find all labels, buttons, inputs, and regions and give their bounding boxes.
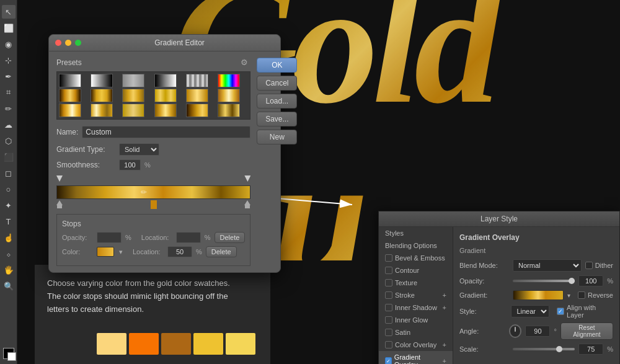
stroke-add-icon[interactable]: + — [443, 291, 446, 299]
tool-lasso[interactable]: ◉ — [2, 37, 16, 51]
reset-alignment-btn[interactable]: Reset Alignment — [560, 322, 613, 340]
contour-check[interactable] — [385, 267, 392, 274]
opacity-slider[interactable] — [513, 280, 575, 282]
sidebar-blending[interactable]: Blending Options — [379, 239, 453, 252]
gradient-preview[interactable] — [513, 290, 564, 300]
scale-slider[interactable] — [513, 348, 575, 350]
opacity-input[interactable] — [97, 232, 122, 243]
opacity-slider-thumb[interactable] — [569, 278, 575, 284]
gradient-bar[interactable]: ✏ — [56, 185, 250, 199]
gradient-overlay-add-icon[interactable]: + — [443, 357, 446, 364]
style-select[interactable]: Linear Radial Angle — [511, 305, 549, 317]
color-stop-0[interactable] — [56, 200, 63, 209]
preset-15[interactable] — [122, 104, 144, 117]
angle-dial[interactable] — [509, 324, 522, 338]
texture-check[interactable] — [385, 279, 392, 286]
sidebar-bevel[interactable]: Bevel & Emboss — [379, 252, 453, 264]
tool-type[interactable]: T — [2, 215, 16, 228]
scale-input[interactable] — [578, 344, 603, 355]
swatch-2[interactable] — [129, 333, 159, 355]
sidebar-contour[interactable]: Contour — [379, 264, 453, 277]
preset-17[interactable] — [186, 104, 208, 117]
opacity-stop-left[interactable] — [56, 175, 63, 182]
tool-brush[interactable]: ✏ — [2, 102, 16, 115]
scale-slider-thumb[interactable] — [556, 346, 562, 352]
maximize-button[interactable] — [75, 40, 81, 46]
tool-path[interactable]: ☝ — [2, 231, 16, 244]
preset-5[interactable] — [186, 74, 208, 87]
sidebar-gradient-overlay[interactable]: ✓ Gradient Overlay + — [379, 351, 453, 364]
align-check-icon[interactable]: ✓ — [557, 308, 564, 315]
preset-11[interactable] — [186, 89, 208, 102]
tool-pen[interactable]: ✦ — [2, 198, 16, 212]
preset-6[interactable] — [218, 74, 240, 87]
preset-10[interactable] — [154, 89, 177, 102]
preset-1[interactable] — [59, 74, 81, 87]
smoothness-input[interactable] — [119, 159, 141, 171]
dither-checkbox[interactable]: Dither — [585, 262, 613, 269]
delete-color-btn[interactable]: Delete — [206, 246, 237, 257]
tool-select[interactable]: ⬜ — [2, 21, 16, 35]
tool-dodge[interactable]: ○ — [2, 182, 16, 196]
swatch-4[interactable] — [193, 333, 223, 355]
blend-mode-select[interactable]: Normal Multiply Screen — [513, 259, 582, 272]
color-overlay-check[interactable] — [385, 341, 392, 348]
dither-check-icon[interactable] — [585, 262, 593, 269]
location-input-opacity[interactable] — [176, 232, 201, 243]
inner-shadow-check[interactable] — [385, 304, 392, 311]
gradient-overlay-check[interactable]: ✓ — [385, 357, 392, 364]
opacity-stop-right[interactable] — [244, 175, 250, 182]
preset-3[interactable] — [122, 74, 144, 87]
tool-move[interactable]: ↖ — [2, 5, 16, 19]
color-location-input[interactable] — [167, 246, 192, 257]
inner-glow-check[interactable] — [385, 316, 392, 324]
preset-9[interactable] — [122, 89, 144, 102]
preset-4[interactable] — [154, 74, 177, 87]
sidebar-texture[interactable]: Texture — [379, 277, 453, 289]
align-checkbox[interactable]: ✓ Align with Layer — [557, 304, 613, 319]
preset-2[interactable] — [91, 74, 113, 87]
angle-input[interactable] — [525, 326, 550, 337]
foreground-color[interactable] — [3, 348, 14, 359]
bevel-check[interactable] — [385, 254, 392, 262]
cancel-button[interactable]: Cancel — [257, 76, 297, 91]
swatch-1[interactable] — [97, 333, 126, 355]
sidebar-styles[interactable]: Styles — [379, 227, 453, 239]
minimize-button[interactable] — [65, 40, 71, 46]
preset-7[interactable] — [59, 89, 81, 102]
new-button[interactable]: New — [257, 130, 297, 144]
preset-12[interactable] — [218, 89, 240, 102]
sidebar-color-overlay[interactable]: Color Overlay + — [379, 339, 453, 351]
preset-13[interactable] — [59, 104, 81, 117]
preset-14[interactable] — [91, 104, 113, 117]
reverse-checkbox[interactable]: Reverse — [578, 291, 613, 299]
color-swatch-picker[interactable] — [97, 247, 114, 257]
ok-button[interactable]: OK — [257, 58, 297, 73]
tool-crop[interactable]: ⊹ — [2, 53, 16, 67]
preset-18[interactable] — [218, 104, 240, 117]
preset-8[interactable] — [91, 89, 113, 102]
save-button[interactable]: Save... — [257, 112, 297, 127]
delete-opacity-btn[interactable]: Delete — [215, 232, 246, 243]
presets-gear-icon[interactable]: ⚙ — [241, 58, 250, 68]
satin-check[interactable] — [385, 329, 392, 336]
tool-blur[interactable]: ◻ — [2, 166, 16, 180]
sidebar-inner-glow[interactable]: Inner Glow — [379, 314, 453, 326]
tool-eyedrop[interactable]: ✒ — [2, 69, 16, 83]
gradient-dropdown-icon[interactable]: ▾ — [567, 292, 570, 299]
name-input[interactable] — [82, 126, 250, 138]
tool-gradient[interactable]: ⬛ — [2, 150, 16, 164]
reverse-check-icon[interactable] — [578, 291, 585, 299]
color-overlay-add-icon[interactable]: + — [443, 341, 446, 348]
tool-zoom[interactable]: 🔍 — [2, 279, 16, 293]
close-button[interactable] — [55, 40, 61, 46]
sidebar-satin[interactable]: Satin — [379, 326, 453, 339]
swatch-3[interactable] — [161, 333, 191, 355]
tool-shape[interactable]: ⬦ — [2, 247, 16, 260]
tool-clone[interactable]: ☁ — [2, 118, 16, 131]
load-button[interactable]: Load... — [257, 94, 297, 109]
tool-heal[interactable]: ⌗ — [2, 86, 16, 99]
swatch-5[interactable] — [226, 333, 255, 355]
sidebar-stroke[interactable]: Stroke + — [379, 289, 453, 301]
color-stop-100[interactable] — [244, 200, 250, 209]
